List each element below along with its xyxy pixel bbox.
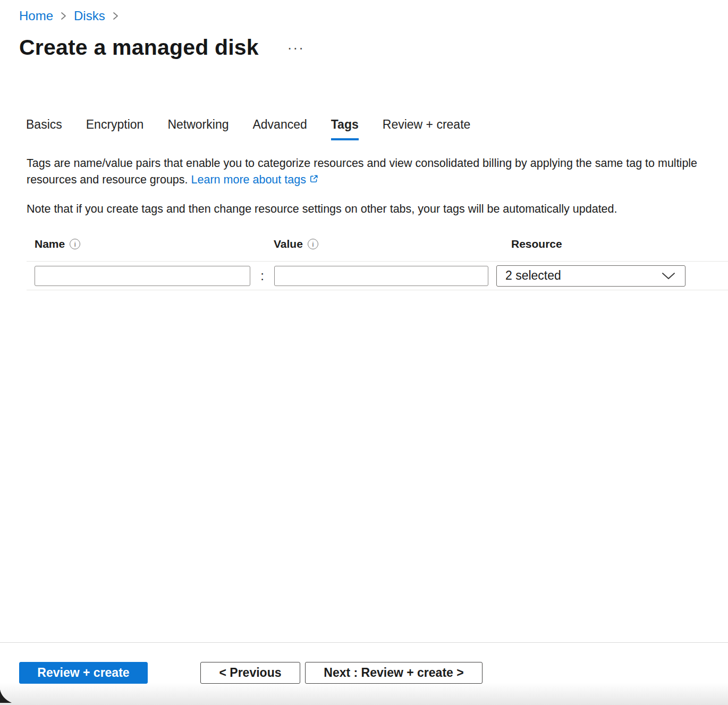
resource-dropdown[interactable]: 2 selected: [496, 265, 685, 287]
tab-advanced[interactable]: Advanced: [252, 118, 307, 140]
tag-name-input[interactable]: [35, 266, 250, 286]
wizard-footer: Review + create < Previous Next : Review…: [0, 642, 728, 705]
tags-description: Tags are name/value pairs that enable yo…: [27, 155, 715, 189]
value-column-label: Value: [274, 238, 303, 250]
info-icon[interactable]: i: [308, 239, 318, 249]
chevron-right-icon: [60, 11, 67, 21]
review-create-button[interactable]: Review + create: [19, 662, 148, 684]
tags-description-text: Tags are name/value pairs that enable yo…: [27, 157, 697, 186]
bottom-gradient: [0, 683, 728, 705]
page-header: Create a managed disk ···: [19, 35, 308, 60]
corner-artifact-shape: [0, 687, 12, 705]
info-icon[interactable]: i: [70, 239, 80, 249]
tags-note: Note that if you create tags and then ch…: [27, 201, 715, 217]
tab-networking[interactable]: Networking: [167, 118, 228, 140]
name-value-separator: :: [250, 266, 274, 286]
tab-bar: Basics Encryption Networking Advanced Ta…: [26, 118, 494, 140]
tag-editor-table: Name i Value i Resource : 2 selected: [27, 236, 728, 290]
page-title: Create a managed disk: [19, 35, 259, 60]
breadcrumb-disks-link[interactable]: Disks: [74, 9, 105, 23]
chevron-down-icon: [661, 272, 676, 280]
learn-more-tags-label: Learn more about tags: [191, 173, 306, 186]
breadcrumb: Home Disks: [19, 9, 120, 23]
resource-column-label: Resource: [511, 238, 562, 250]
create-managed-disk-page: Home Disks Create a managed disk ··· Bas…: [0, 0, 728, 705]
tab-review-create[interactable]: Review + create: [383, 118, 471, 140]
tab-basics[interactable]: Basics: [26, 118, 62, 140]
tab-encryption[interactable]: Encryption: [86, 118, 144, 140]
breadcrumb-home-link[interactable]: Home: [19, 9, 53, 23]
column-header-resource: Resource: [504, 238, 562, 250]
name-column-label: Name: [35, 238, 65, 250]
column-header-value: Value i: [274, 238, 504, 250]
column-header-name: Name i: [35, 238, 274, 250]
resource-dropdown-value: 2 selected: [505, 268, 561, 283]
learn-more-tags-link[interactable]: Learn more about tags: [191, 173, 319, 186]
previous-button[interactable]: < Previous: [200, 662, 300, 684]
more-menu-ellipsis-icon[interactable]: ···: [284, 39, 308, 57]
tag-table-header: Name i Value i Resource: [27, 236, 728, 252]
tab-tags[interactable]: Tags: [331, 118, 359, 140]
tag-value-input[interactable]: [274, 266, 488, 286]
next-review-create-button[interactable]: Next : Review + create >: [305, 662, 482, 684]
chevron-right-icon: [112, 11, 120, 21]
external-link-icon: [308, 173, 319, 189]
tag-row: : 2 selected: [27, 261, 728, 290]
